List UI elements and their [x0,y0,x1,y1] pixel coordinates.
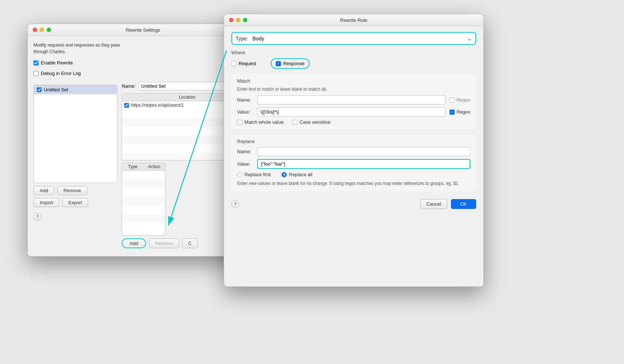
match-value-input[interactable] [257,107,446,116]
add-rule-button[interactable]: Add [122,238,146,248]
debug-error-label: Debug in Error Log [41,71,81,76]
debug-error-checkbox[interactable] [34,71,39,76]
replace-label: Replace [237,139,470,144]
radio-row: Replace first Replace all [237,172,470,177]
match-whole-value-checkbox[interactable] [237,120,242,125]
minimize-button[interactable] [40,28,44,32]
match-value-regex[interactable]: ✓ Regex [450,109,470,115]
type-label: Type: [236,36,248,41]
where-label: Where [231,50,476,55]
location-checkbox[interactable] [124,103,129,108]
sets-btn-row: Add Remove [34,186,117,195]
response-checkbox[interactable]: ✓ [276,61,281,66]
response-option[interactable]: ✓ Response [271,58,310,69]
response-label: Response [283,61,305,66]
maximize-button[interactable] [47,28,51,32]
rule-close-button[interactable] [229,18,233,22]
rule-minimize-button[interactable] [236,18,240,22]
cancel-rule-button[interactable]: Cancel [420,199,447,209]
replace-section: Replace Name: Value: Replace first Rep [231,134,476,191]
sets-list: Untitled Set [34,85,117,183]
case-sensitive-option[interactable]: Case sensitive [293,119,331,125]
replace-value-label: Value: [237,161,254,167]
remove-set-button[interactable]: Remove [57,186,87,195]
match-description: Enter text to match or leave blank to ma… [237,87,470,92]
rewrite-rule-window: Rewrite Rule Type: Body Header Status UR… [224,14,484,287]
type-select[interactable]: Body Header Status URL [252,36,463,41]
replace-name-input[interactable] [257,147,470,156]
replace-name-label: Name: [237,149,254,154]
replace-first-option[interactable]: Replace first [237,172,271,177]
case-sensitive-checkbox[interactable] [293,120,298,125]
name-label: Name: [122,83,136,89]
match-name-regex[interactable]: Regex [450,97,470,103]
type-col-header: Type [122,163,144,170]
match-name-row: Name: Regex [237,95,470,104]
export-button[interactable]: Export [62,198,89,207]
help-button[interactable]: ? [34,213,42,221]
match-value-row: Value: ✓ Regex [237,107,470,116]
cancel-settings-button[interactable]: C [182,238,198,248]
replace-all-radio[interactable] [282,172,287,177]
replace-first-radio[interactable] [237,172,242,177]
enable-rewrite-label: Enable Rewrite [41,60,73,66]
match-name-regex-checkbox[interactable] [450,98,455,103]
rule-content: Type: Body Header Status URL ⌄ Where Req… [224,26,483,215]
traffic-lights [33,28,51,32]
request-option[interactable]: Request [231,61,256,66]
ok-rule-button[interactable]: OK [451,199,476,209]
set-item-label: Untitled Set [44,87,68,92]
request-checkbox[interactable] [231,61,236,66]
type-row: Type: Body Header Status URL ⌄ [231,32,476,45]
match-whole-value-label: Match whole value [244,119,284,125]
match-options-row: Match whole value Case sensitive [237,119,470,125]
rule-footer: ? Cancel OK [231,199,476,209]
description-text: Modify requests and responses as they pa… [34,42,121,55]
match-whole-value-option[interactable]: Match whole value [237,119,284,125]
enable-rewrite-checkbox[interactable] [34,60,39,66]
match-section: Match Enter text to match or leave blank… [231,74,476,129]
rewrite-rule-title: Rewrite Rule [340,17,367,23]
settings-main-area: Untitled Set Add Remove Import Export ? [34,82,252,248]
remove-rule-button[interactable]: Remove [149,238,179,248]
request-label: Request [239,61,256,66]
replace-name-row: Name: [237,147,470,156]
replace-first-label: Replace first [244,172,271,177]
location-header: Location [179,95,195,100]
rewrite-settings-title: Rewrite Settings [126,27,160,33]
close-button[interactable] [33,28,37,32]
case-sensitive-label: Case sensitive [300,119,331,125]
rule-maximize-button[interactable] [243,18,247,22]
where-section: Where Request ✓ Response [231,50,476,69]
rule-traffic-lights [229,18,247,22]
enable-rewrite-row: Enable Rewrite [34,60,252,66]
rewrite-rule-titlebar: Rewrite Rule [224,14,483,26]
sets-panel: Untitled Set Add Remove Import Export ? [34,82,117,248]
action-col-header: Action [144,163,165,170]
match-value-label: Value: [237,109,254,115]
match-value-regex-label: Regex [456,109,470,115]
set-item-checkbox[interactable] [37,87,42,92]
replace-value-input[interactable] [257,159,470,169]
type-chevron-icon: ⌄ [467,35,472,42]
match-label: Match [237,78,470,84]
match-name-label: Name: [237,97,254,103]
import-export-row: Import Export [34,198,117,207]
location-text: https://reqres.in/api/users/1 [131,103,184,108]
where-row: Request ✓ Response [231,58,476,69]
rule-help-button[interactable]: ? [231,200,239,208]
match-name-regex-label: Regex [456,97,470,103]
replace-all-label: Replace all [289,172,312,177]
set-item[interactable]: Untitled Set [34,85,117,94]
match-value-regex-checkbox[interactable]: ✓ [450,110,455,115]
import-button[interactable]: Import [34,198,59,207]
replace-hint: Enter new values or leave blank for no c… [237,180,470,187]
add-set-button[interactable]: Add [34,186,54,195]
debug-error-row: Debug in Error Log [34,71,252,76]
replace-all-option[interactable]: Replace all [282,172,312,177]
replace-value-row: Value: [237,159,470,169]
footer-buttons: Cancel OK [420,199,476,209]
match-name-input[interactable] [257,95,446,104]
